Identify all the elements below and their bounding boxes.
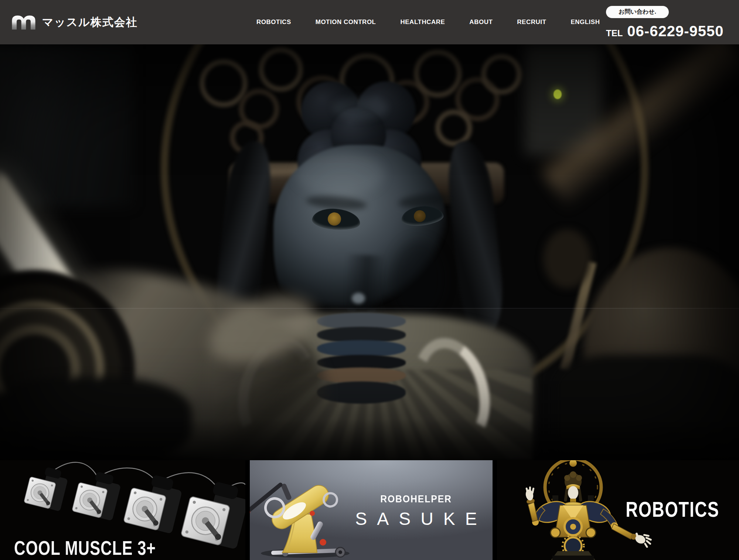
sasuke-text-block: ROBOHELPER SASUKE: [344, 493, 488, 529]
nav-item-english[interactable]: ENGLISH: [571, 18, 600, 26]
robotics-title: ROBOTICS: [624, 497, 721, 522]
product-panels-row: COOL MUSCLE 3+: [0, 460, 739, 560]
nav-item-about[interactable]: ABOUT: [469, 18, 493, 26]
logo[interactable]: マッスル株式会社: [11, 0, 138, 44]
tel-label: TEL: [606, 28, 623, 38]
panel-robotics[interactable]: ROBOTICS: [497, 460, 739, 560]
cool-muscle-title: COOL MUSCLE 3+: [14, 537, 156, 559]
m-logo-icon: [11, 15, 36, 30]
hero-image: [0, 44, 739, 460]
tel-block: TEL 06-6229-9550: [606, 23, 733, 40]
panel-cool-muscle[interactable]: COOL MUSCLE 3+: [0, 460, 245, 560]
nav-item-healthcare[interactable]: HEALTHCARE: [401, 18, 445, 26]
company-name: マッスル株式会社: [42, 15, 138, 30]
nav-item-robotics[interactable]: ROBOTICS: [256, 18, 291, 26]
main-nav: ROBOTICS MOTION CONTROL HEALTHCARE ABOUT…: [256, 0, 600, 44]
sasuke-brand: ROBOHELPER: [350, 493, 483, 505]
tel-number: 06-6229-9550: [627, 23, 723, 40]
nav-item-motion-control[interactable]: MOTION CONTROL: [316, 18, 376, 26]
hero-vignette: [0, 44, 739, 460]
contact-button[interactable]: お問い合わせ.: [606, 6, 669, 18]
sasuke-title: SASUKE: [344, 509, 488, 529]
panel-robohelper-sasuke[interactable]: ROBOHELPER SASUKE: [250, 460, 493, 560]
nav-item-recruit[interactable]: RECRUIT: [517, 18, 546, 26]
page: マッスル株式会社 ROBOTICS MOTION CONTROL HEALTHC…: [0, 0, 739, 560]
header-bar: マッスル株式会社 ROBOTICS MOTION CONTROL HEALTHC…: [0, 0, 739, 44]
